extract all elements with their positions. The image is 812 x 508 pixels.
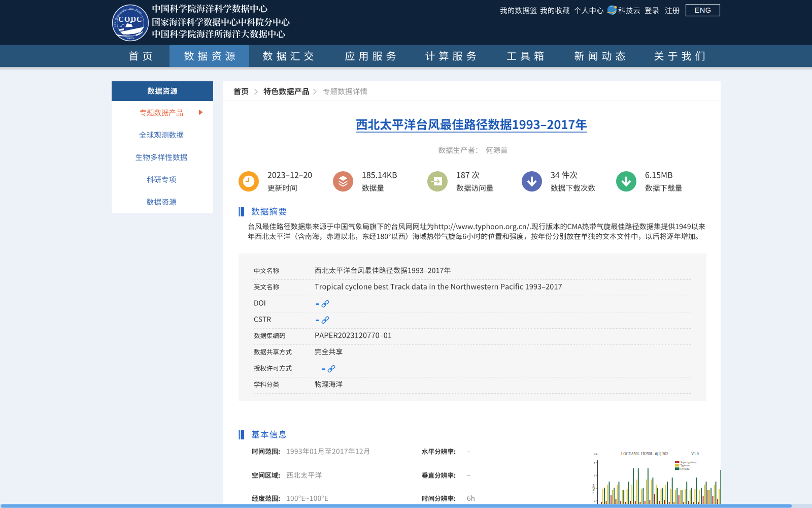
svg-text:8: 8 bbox=[594, 461, 595, 464]
svg-text:ENG: ENG bbox=[695, 6, 712, 14]
svg-text:Typhoon: Typhoon bbox=[681, 464, 690, 467]
svg-text:2: 2 bbox=[594, 499, 595, 502]
svg-text:V1.0: V1.0 bbox=[691, 452, 699, 456]
svg-text:24: 24 bbox=[594, 452, 598, 456]
svg-text:Cyclone: Cyclone bbox=[681, 467, 690, 470]
svg-text:Super typhoon: Super typhoon bbox=[681, 461, 697, 464]
svg-text:Number: Number bbox=[592, 484, 595, 494]
svg-text:6: 6 bbox=[594, 474, 595, 477]
svg-text:I OCEA50L 1B250L. #(1).302: I OCEA50L 1B250L. #(1).302 bbox=[621, 452, 668, 456]
